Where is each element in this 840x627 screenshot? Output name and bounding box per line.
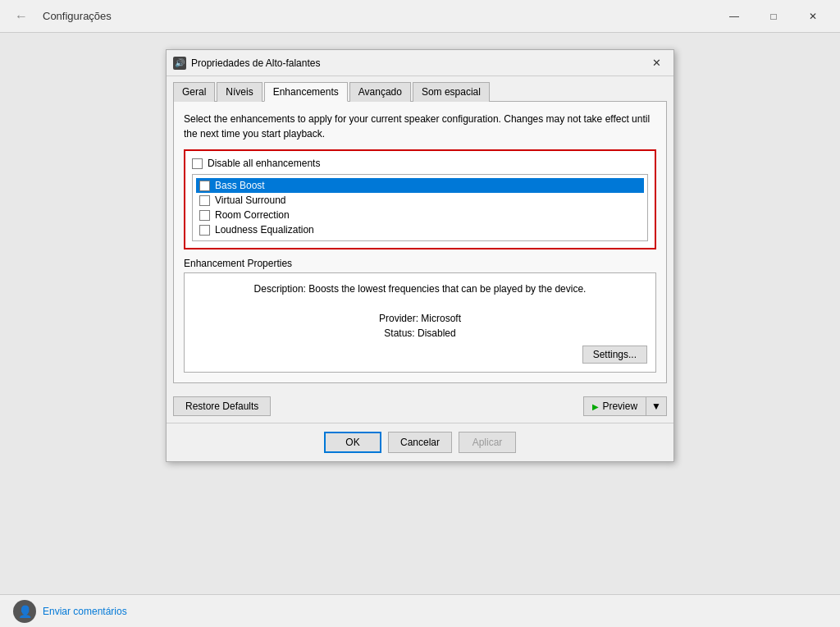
dialog-footer: Restore Defaults ▶ Preview ▼	[167, 390, 673, 423]
preview-label: Preview	[602, 400, 637, 412]
top-bar: ← Configurações — □ ✕	[0, 0, 840, 33]
back-button[interactable]: ←	[8, 6, 34, 27]
ep-status: Status: Disabled	[193, 327, 647, 339]
room-correction-label: Room Correction	[215, 209, 290, 221]
disable-all-checkbox[interactable]	[192, 158, 203, 169]
preview-group: ▶ Preview ▼	[583, 396, 667, 416]
description-text: Select the enhancements to apply for you…	[184, 112, 656, 141]
dialog-body: Select the enhancements to apply for you…	[173, 101, 667, 383]
enhancement-item-virtual-surround[interactable]: Virtual Surround	[196, 193, 644, 208]
enhancement-properties-label: Enhancement Properties	[184, 258, 656, 269]
enhancements-box: Disable all enhancements Bass Boost Virt…	[184, 149, 656, 249]
feedback-link[interactable]: Enviar comentários	[43, 606, 127, 617]
dialog-title: Propriedades de Alto-falantes	[191, 57, 641, 69]
loudness-eq-checkbox[interactable]	[199, 225, 210, 236]
ep-description: Description: Boosts the lowest frequenci…	[193, 281, 647, 296]
top-bar-title: Configurações	[43, 10, 112, 22]
window-controls: — □ ✕	[715, 4, 832, 29]
preview-dropdown-button[interactable]: ▼	[646, 396, 667, 416]
restore-defaults-button[interactable]: Restore Defaults	[173, 396, 271, 416]
loudness-eq-label: Loudness Equalization	[215, 224, 314, 236]
person-icon: 👤	[13, 600, 36, 623]
preview-button[interactable]: ▶ Preview	[583, 396, 646, 416]
settings-button[interactable]: Settings...	[582, 346, 647, 364]
maximize-button[interactable]: □	[755, 4, 792, 29]
enhancement-properties-box: Description: Boosts the lowest frequenci…	[184, 272, 656, 373]
bass-boost-checkbox[interactable]	[199, 181, 210, 191]
enhancement-item-loudness-eq[interactable]: Loudness Equalization	[196, 222, 644, 237]
apply-button[interactable]: Aplicar	[459, 432, 516, 453]
enhancement-item-bass-boost[interactable]: Bass Boost	[196, 178, 644, 193]
disable-all-label: Disable all enhancements	[208, 158, 320, 169]
virtual-surround-label: Virtual Surround	[215, 195, 286, 206]
enhancement-properties: Enhancement Properties Description: Boos…	[184, 258, 656, 373]
ep-settings-row: Settings...	[193, 346, 647, 364]
disable-all-row: Disable all enhancements	[192, 158, 648, 169]
cancel-button[interactable]: Cancelar	[388, 432, 452, 453]
enhancement-item-room-correction[interactable]: Room Correction	[196, 208, 644, 222]
properties-dialog: 🔊 Propriedades de Alto-falantes ✕ Geral …	[166, 49, 674, 462]
dialog-action-row: OK Cancelar Aplicar	[167, 423, 673, 461]
tab-geral[interactable]: Geral	[173, 82, 215, 102]
tab-enhancements[interactable]: Enhancements	[264, 82, 348, 102]
main-content: 🔊 Propriedades de Alto-falantes ✕ Geral …	[0, 33, 840, 478]
play-icon: ▶	[592, 402, 599, 411]
dialog-titlebar: 🔊 Propriedades de Alto-falantes ✕	[167, 50, 673, 76]
ok-button[interactable]: OK	[324, 432, 381, 453]
bass-boost-label: Bass Boost	[215, 180, 265, 191]
virtual-surround-checkbox[interactable]	[199, 195, 210, 206]
minimize-button[interactable]: —	[715, 4, 753, 29]
tab-bar: Geral Níveis Enhancements Avançado Som e…	[167, 76, 673, 101]
dialog-close-button[interactable]: ✕	[646, 55, 667, 71]
enhancement-list: Bass Boost Virtual Surround Room Correct…	[192, 174, 648, 241]
tab-som-espacial[interactable]: Som espacial	[413, 82, 490, 102]
ep-provider: Provider: Microsoft	[193, 313, 647, 324]
room-correction-checkbox[interactable]	[199, 210, 210, 221]
tab-niveis[interactable]: Níveis	[217, 82, 262, 102]
tab-avancado[interactable]: Avançado	[349, 82, 411, 102]
close-window-button[interactable]: ✕	[794, 4, 832, 29]
dialog-icon: 🔊	[173, 57, 186, 70]
bottom-bar: 👤 Enviar comentários	[0, 594, 840, 627]
